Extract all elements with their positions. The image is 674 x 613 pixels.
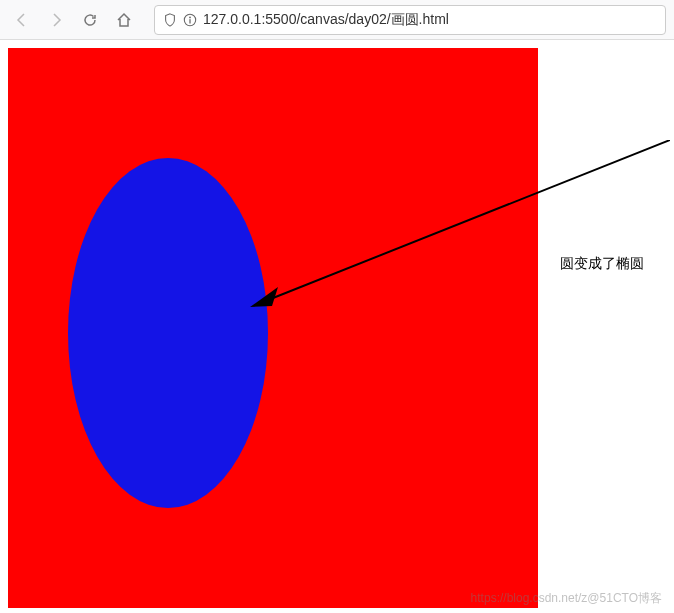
svg-point-1 (189, 16, 191, 18)
home-button[interactable] (110, 6, 138, 34)
home-icon (116, 12, 132, 28)
canvas-element (8, 48, 538, 608)
reload-icon (82, 12, 98, 28)
back-button[interactable] (8, 6, 36, 34)
watermark-text: https://blog.csdn.net/z@51CTO博客 (471, 590, 662, 607)
info-icon (183, 13, 197, 27)
ellipse-shape (68, 158, 268, 508)
annotation-label: 圆变成了椭圆 (560, 255, 644, 273)
forward-icon (48, 12, 64, 28)
address-bar[interactable]: 127.0.0.1:5500/canvas/day02/画圆.html (154, 5, 666, 35)
reload-button[interactable] (76, 6, 104, 34)
forward-button[interactable] (42, 6, 70, 34)
url-text: 127.0.0.1:5500/canvas/day02/画圆.html (203, 11, 657, 29)
browser-toolbar: 127.0.0.1:5500/canvas/day02/画圆.html (0, 0, 674, 40)
page-content: 圆变成了椭圆 https://blog.csdn.net/z@51CTO博客 (0, 40, 674, 613)
back-icon (14, 12, 30, 28)
svg-rect-2 (189, 19, 190, 23)
shield-icon (163, 13, 177, 27)
